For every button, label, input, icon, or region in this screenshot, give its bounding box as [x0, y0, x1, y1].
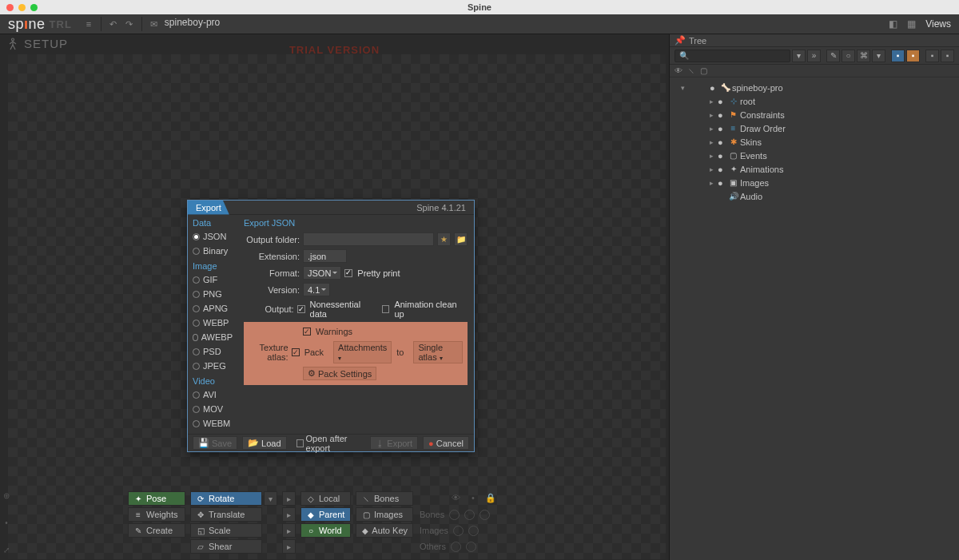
radio-apng[interactable] [193, 305, 200, 312]
export-button[interactable]: ⭳Export [370, 436, 418, 450]
radio-jpeg[interactable] [193, 363, 200, 370]
bone-icon[interactable]: ⟍ [687, 66, 695, 75]
tree-node[interactable]: ▸●⚑Constraints [670, 108, 959, 121]
single-atlas-select[interactable]: Single atlas ▾ [413, 341, 463, 363]
layout-icon[interactable]: ◧ [885, 18, 901, 30]
save-preset-button[interactable]: 💾Save [193, 436, 237, 450]
checkbox-cleanup[interactable] [382, 305, 389, 313]
radio-webp[interactable] [193, 320, 200, 327]
col-arrow-button[interactable]: ▸ [282, 523, 296, 538]
vis-toggle[interactable] [451, 542, 461, 552]
search-opts-icon[interactable]: » [807, 50, 821, 62]
filter-circle-icon[interactable]: ○ [842, 50, 855, 62]
eye-icon[interactable]: 👁 [450, 493, 461, 506]
lock-toggle[interactable] [480, 510, 490, 520]
tree-node[interactable]: 🔊Audio [670, 189, 959, 203]
filter-edit-icon[interactable]: ✎ [826, 50, 840, 62]
viewport[interactable]: SETUP TRIAL VERSION ⊕ • ⤢ ✦Pose ≡Weights… [0, 34, 669, 560]
filter-bones[interactable]: ⟍Bones [356, 491, 413, 506]
tree-body[interactable]: ▾● 🦴 spineboy-pro ▸●⊹root ▸●⚑Constraints… [670, 77, 959, 560]
tree-node[interactable]: ▸●✦Animations [670, 162, 959, 176]
output-folder-input[interactable] [303, 232, 434, 246]
space-parent[interactable]: ◆Parent [300, 507, 351, 522]
load-preset-button[interactable]: 📂Load [242, 436, 286, 450]
tree-root-row[interactable]: ▾● 🦴 spineboy-pro [670, 81, 959, 94]
tool-pose[interactable]: ✦Pose [128, 491, 185, 506]
radio-binary[interactable] [193, 248, 200, 255]
col-arrow-button[interactable]: ▸ [282, 507, 296, 522]
eye-icon[interactable]: 👁 [674, 66, 682, 75]
tree-node[interactable]: ▸●⊹root [670, 94, 959, 108]
undo-icon[interactable]: ↶ [106, 17, 121, 31]
sel-toggle[interactable] [468, 526, 479, 536]
cancel-button[interactable]: ●Cancel [423, 436, 469, 450]
browse-folder-icon[interactable]: 📁 [454, 232, 468, 246]
dot-icon[interactable]: • [468, 493, 479, 506]
snap-widget[interactable]: • [1, 517, 12, 528]
checkbox-open-after[interactable] [296, 439, 304, 447]
vis-toggle[interactable] [453, 526, 464, 536]
menu-icon[interactable]: ≡ [82, 17, 96, 31]
tool-rotate[interactable]: ⟳Rotate [190, 491, 262, 506]
col-arrow-button[interactable]: ▸ [282, 491, 296, 506]
lock-icon[interactable]: 🔒 [485, 493, 496, 506]
tree-node[interactable]: ▸●✱Skins [670, 135, 959, 149]
space-world[interactable]: ○World [300, 523, 351, 538]
axis-widget[interactable]: ⊕ [1, 490, 12, 501]
col-arrow-button[interactable]: ▸ [282, 539, 296, 554]
mode-label[interactable]: SETUP [24, 37, 68, 50]
auto-key[interactable]: ◆Auto Key [356, 523, 413, 538]
space-local[interactable]: ◇Local [300, 491, 351, 506]
zoom-widget[interactable]: ⤢ [1, 544, 12, 555]
tree-node[interactable]: ▸●▢Events [670, 149, 959, 162]
radio-avi[interactable] [193, 391, 200, 399]
checkbox-pack[interactable] [292, 348, 300, 356]
minimize-window-button[interactable] [18, 4, 26, 11]
radio-json[interactable] [193, 233, 200, 240]
close-window-button[interactable] [6, 4, 14, 11]
maximize-window-button[interactable] [30, 4, 38, 11]
checkbox-warnings[interactable] [303, 328, 311, 336]
filter-attach-icon[interactable]: ▪ [906, 50, 920, 62]
fav-folder-icon[interactable]: ★ [437, 232, 451, 246]
search-next-icon[interactable]: ▾ [792, 50, 806, 62]
tool-rotate-drop[interactable]: ▾ [264, 491, 277, 506]
pin-icon[interactable]: 📌 [674, 35, 686, 46]
attachments-select[interactable]: Attachments ▾ [333, 341, 392, 363]
radio-png[interactable] [193, 291, 200, 298]
slot-icon[interactable]: ▢ [700, 66, 707, 75]
tool-translate[interactable]: ✥Translate [190, 507, 262, 522]
panels-icon[interactable]: ▦ [904, 18, 919, 30]
format-select[interactable]: JSON [303, 266, 341, 280]
radio-gif[interactable] [193, 276, 200, 284]
svg-line-3 [13, 42, 16, 44]
filter-link-icon[interactable]: ⌘ [857, 50, 870, 62]
filter-bones-icon[interactable]: ▪ [891, 50, 905, 62]
tool-create[interactable]: ✎Create [128, 523, 185, 538]
version-select[interactable]: 4.1 [303, 283, 330, 296]
radio-psd[interactable] [193, 348, 200, 355]
tool-scale[interactable]: ◱Scale [190, 523, 262, 538]
tree-search-input[interactable]: 🔍 [674, 50, 790, 62]
tree-node[interactable]: ▸●≡Draw Order [670, 121, 959, 135]
filter-b-icon[interactable]: ▪ [941, 50, 954, 62]
filter-a-icon[interactable]: ▪ [925, 50, 939, 62]
sel-toggle[interactable] [466, 542, 476, 552]
radio-webm[interactable] [193, 420, 200, 427]
project-icon[interactable]: ✉ [147, 17, 161, 31]
checkbox-nonessential[interactable] [297, 305, 305, 313]
extension-input[interactable]: .json [303, 249, 347, 263]
tool-weights[interactable]: ≡Weights [128, 507, 185, 522]
vis-toggle[interactable] [449, 510, 460, 520]
checkbox-pretty[interactable] [344, 269, 352, 277]
pack-settings-button[interactable]: ⚙Pack Settings [303, 367, 376, 380]
sel-toggle[interactable] [464, 510, 475, 520]
radio-mov[interactable] [193, 406, 200, 413]
redo-icon[interactable]: ↷ [122, 17, 137, 31]
tool-shear[interactable]: ▱Shear [190, 539, 262, 554]
views-button[interactable]: Views [922, 18, 954, 30]
filter-images[interactable]: ▢Images [356, 507, 413, 522]
tree-node[interactable]: ▸●▣Images [670, 176, 959, 189]
filter-chevron-icon[interactable]: ▾ [872, 50, 885, 62]
radio-awebp[interactable] [193, 334, 198, 341]
